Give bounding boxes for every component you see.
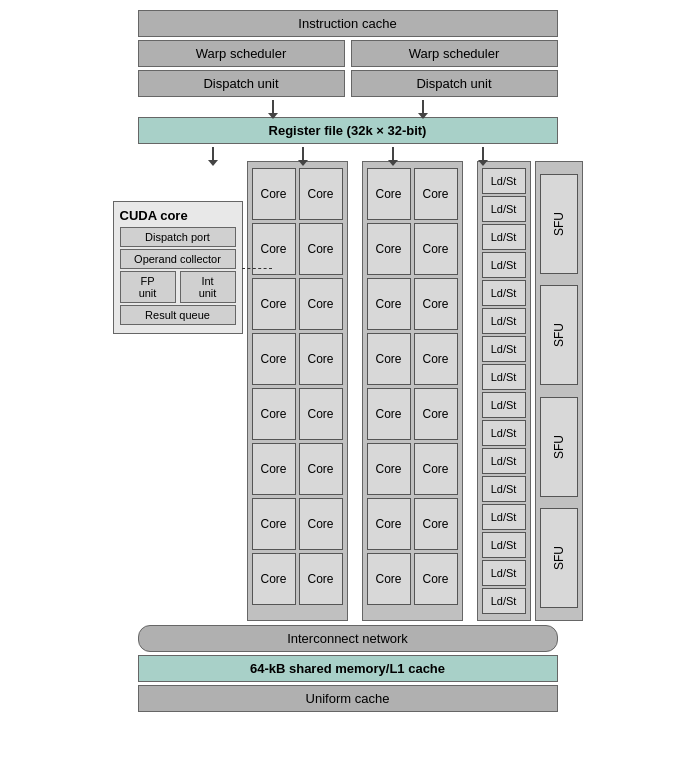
core-row-7: Core Core [252,498,343,550]
core2-5-2: Core [414,388,458,440]
core-8-2: Core [299,553,343,605]
core2-7-2: Core [414,498,458,550]
sfu-4: SFU [540,508,578,608]
bottom-section: Interconnect network 64-kB shared memory… [138,625,558,712]
dispatch-port-box: Dispatch port [120,227,236,247]
core-1-2: Core [299,168,343,220]
cuda-core-title: CUDA core [120,208,236,223]
operand-collector-box: Operand collector [120,249,236,269]
fp-unit-box: FP unit [120,271,176,303]
cores-area: Core Core Core Core Core Core Core Core … [247,161,583,621]
warp-scheduler-1: Warp scheduler [138,40,345,67]
core2-row-5: Core Core [367,388,458,440]
core-6-2: Core [299,443,343,495]
main-section: CUDA core Dispatch port Operand collecto… [10,161,685,621]
core2-6-2: Core [414,443,458,495]
dispatch-unit-1: Dispatch unit [138,70,345,97]
sfu-column: SFU SFU SFU SFU [535,161,583,621]
interconnect-label: Interconnect network [287,631,408,646]
core-7-2: Core [299,498,343,550]
int-unit-label: Int unit [199,275,217,299]
ldst-8: Ld/St [482,364,526,390]
core2-row-1: Core Core [367,168,458,220]
arrow-1 [272,100,274,114]
core-7-1: Core [252,498,296,550]
core2-8-2: Core [414,553,458,605]
ldst-9: Ld/St [482,392,526,418]
dispatch-unit-1-label: Dispatch unit [203,76,278,91]
dispatch-port-label: Dispatch port [145,231,210,243]
core2-2-1: Core [367,223,411,275]
core-5-1: Core [252,388,296,440]
core-row-6: Core Core [252,443,343,495]
sfu-1: SFU [540,174,578,274]
cuda-core-box: CUDA core Dispatch port Operand collecto… [113,201,243,334]
ldst-2: Ld/St [482,196,526,222]
ldst-16: Ld/St [482,588,526,614]
arrow-2 [422,100,424,114]
core2-6-1: Core [367,443,411,495]
ldst-13: Ld/St [482,504,526,530]
interconnect-network: Interconnect network [138,625,558,652]
core-6-1: Core [252,443,296,495]
core2-8-1: Core [367,553,411,605]
core2-1-2: Core [414,168,458,220]
warp-scheduler-1-label: Warp scheduler [196,46,287,61]
core2-row-6: Core Core [367,443,458,495]
core-row-4: Core Core [252,333,343,385]
int-unit-box: Int unit [180,271,236,303]
core-group-2: Core Core Core Core Core Core Core Core … [362,161,463,621]
core-5-2: Core [299,388,343,440]
warp-scheduler-2-label: Warp scheduler [409,46,500,61]
core2-4-2: Core [414,333,458,385]
ldst-10: Ld/St [482,420,526,446]
core2-2-2: Core [414,223,458,275]
top-section: Instruction cache Warp scheduler Dispatc… [10,10,685,161]
fp-int-row: FP unit Int unit [120,271,236,303]
warp-scheduler-2: Warp scheduler [351,40,558,67]
core2-3-1: Core [367,278,411,330]
ldst-5: Ld/St [482,280,526,306]
core2-7-1: Core [367,498,411,550]
ldst-3: Ld/St [482,224,526,250]
core2-row-7: Core Core [367,498,458,550]
operand-collector-label: Operand collector [134,253,221,265]
result-queue-box: Result queue [120,305,236,325]
core-row-3: Core Core [252,278,343,330]
arrow-4 [302,147,304,161]
ldst-14: Ld/St [482,532,526,558]
arrow-3 [212,147,214,161]
ldst-4: Ld/St [482,252,526,278]
core-row-8: Core Core [252,553,343,605]
sfu-3: SFU [540,397,578,497]
core2-3-2: Core [414,278,458,330]
sfu-2: SFU [540,285,578,385]
arrow-5 [392,147,394,161]
core-8-1: Core [252,553,296,605]
ldst-6: Ld/St [482,308,526,334]
uniform-cache-label: Uniform cache [306,691,390,706]
spacer-1 [352,161,358,621]
core-4-1: Core [252,333,296,385]
dispatch-unit-2: Dispatch unit [351,70,558,97]
spacer-2 [467,161,473,621]
instruction-cache: Instruction cache [138,10,558,37]
ldst-1: Ld/St [482,168,526,194]
ldst-15: Ld/St [482,560,526,586]
core2-row-8: Core Core [367,553,458,605]
core2-5-1: Core [367,388,411,440]
register-file: Register file (32k × 32-bit) [138,117,558,144]
core-3-2: Core [299,278,343,330]
shared-mem-label: 64-kB shared memory/L1 cache [250,661,445,676]
instruction-cache-label: Instruction cache [298,16,396,31]
core2-row-3: Core Core [367,278,458,330]
core-2-2: Core [299,223,343,275]
ldst-column: Ld/St Ld/St Ld/St Ld/St Ld/St Ld/St Ld/S… [477,161,531,621]
ldst-12: Ld/St [482,476,526,502]
core-row-1: Core Core [252,168,343,220]
core-row-5: Core Core [252,388,343,440]
uniform-cache: Uniform cache [138,685,558,712]
core-4-2: Core [299,333,343,385]
core2-4-1: Core [367,333,411,385]
diagram-container: Instruction cache Warp scheduler Dispatc… [10,10,685,712]
